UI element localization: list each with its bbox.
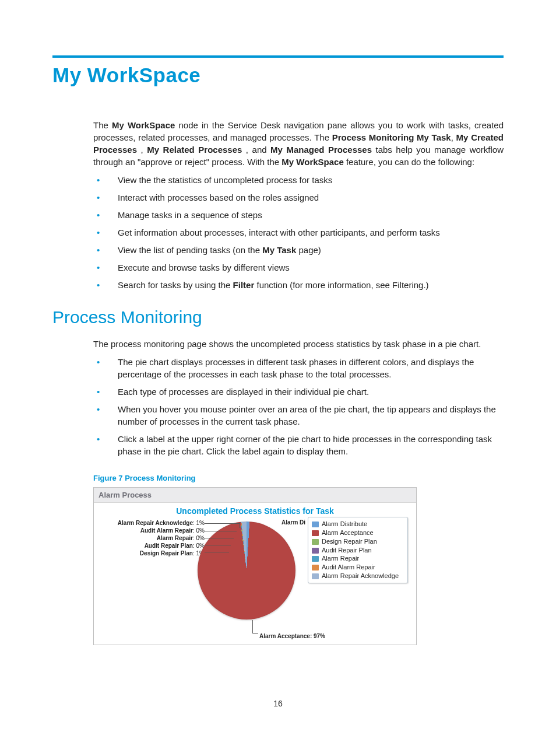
legend-swatch bbox=[312, 573, 319, 579]
text: , bbox=[451, 132, 456, 142]
list-item: Click a label at the upper right corner … bbox=[93, 433, 504, 457]
body: The My WorkSpace node in the Service Des… bbox=[93, 119, 504, 645]
callout-label: Audit Alarm Repair bbox=[140, 527, 193, 534]
page-number: 16 bbox=[0, 699, 556, 708]
leader-line bbox=[240, 523, 240, 528]
list-item: Search for tasks by using the Filter fun… bbox=[93, 279, 504, 291]
legend-item[interactable]: Alarm Repair Acknowledge bbox=[312, 572, 404, 580]
chart-panel-title: Alarm Process bbox=[94, 488, 416, 503]
legend-label: Alarm Repair Acknowledge bbox=[322, 572, 399, 579]
legend-label: Alarm Acceptance bbox=[322, 529, 374, 536]
leader-line bbox=[252, 620, 253, 633]
text: , and bbox=[242, 145, 270, 155]
section-intro: The process monitoring page shows the un… bbox=[93, 338, 504, 350]
legend-swatch bbox=[312, 548, 319, 554]
legend-swatch bbox=[312, 565, 319, 570]
chart-title: Uncompleted Process Statistics for Task bbox=[94, 506, 416, 516]
text: , bbox=[137, 145, 147, 155]
legend-item[interactable]: Alarm Distribute bbox=[312, 520, 404, 528]
callout-bottom: Alarm Acceptance: 97% bbox=[259, 633, 325, 639]
leader-line bbox=[205, 538, 234, 538]
text-bold: My WorkSpace bbox=[112, 120, 175, 130]
legend-label: Audit Repair Plan bbox=[322, 547, 372, 554]
feature-list: View the the statistics of uncompleted p… bbox=[93, 174, 504, 291]
list-text: When you hover you mouse pointer over an… bbox=[118, 404, 496, 426]
pie-chart[interactable] bbox=[198, 522, 295, 620]
list-text: View the the statistics of uncompleted p… bbox=[118, 175, 332, 185]
callout-value: : 97% bbox=[310, 633, 325, 639]
chart-body: Uncompleted Process Statistics for Task … bbox=[94, 503, 416, 645]
list-item: Execute and browse tasks by different vi… bbox=[93, 261, 504, 274]
callout: Alarm Repair: 0% bbox=[100, 534, 205, 542]
legend-item[interactable]: Alarm Acceptance bbox=[312, 528, 404, 537]
list-item: Interact with processes based on the rol… bbox=[93, 191, 504, 204]
list-text: function (for more information, see Filt… bbox=[254, 280, 428, 290]
list-text: Execute and browse tasks by different vi… bbox=[118, 262, 290, 272]
callout: Audit Repair Plan: 0% bbox=[100, 542, 205, 550]
legend-label: Design Repair Plan bbox=[322, 538, 377, 545]
section-heading: Process Monitoring bbox=[52, 307, 504, 327]
intro-paragraph: The My WorkSpace node in the Service Des… bbox=[93, 119, 504, 168]
legend-label: Alarm Repair bbox=[322, 555, 359, 562]
chart-legend: Alarm Distribute Alarm Acceptance Design… bbox=[308, 517, 408, 583]
legend-item[interactable]: Audit Repair Plan bbox=[312, 546, 404, 555]
text-bold: My Task bbox=[262, 245, 296, 255]
list-item: View the the statistics of uncompleted p… bbox=[93, 174, 504, 186]
list-item: The pie chart displays processes in diff… bbox=[93, 356, 504, 380]
pie-slice-group bbox=[198, 522, 295, 620]
text-bold: My WorkSpace bbox=[281, 157, 343, 167]
list-text: Each type of processes are displayed in … bbox=[118, 387, 369, 397]
page-content: My WorkSpace The My WorkSpace node in th… bbox=[0, 0, 556, 645]
callout-label: Design Repair Plan bbox=[140, 550, 193, 556]
list-item: View the list of pending tasks (on the M… bbox=[93, 244, 504, 256]
callout: Design Repair Plan: 1% bbox=[100, 550, 205, 557]
list-text: The pie chart displays processes in diff… bbox=[118, 357, 474, 379]
top-divider bbox=[52, 55, 504, 58]
pm-list: The pie chart displays processes in diff… bbox=[93, 356, 504, 457]
figure-caption: Figure 7 Process Monitoring bbox=[93, 474, 504, 482]
page-title: My WorkSpace bbox=[52, 64, 504, 87]
list-text: Interact with processes based on the rol… bbox=[118, 192, 319, 202]
text-bold: Filter bbox=[233, 280, 255, 290]
list-text: page) bbox=[296, 245, 321, 255]
legend-swatch bbox=[312, 530, 319, 536]
callout-label: Audit Repair Plan bbox=[145, 542, 193, 549]
list-text: View the list of pending tasks (on the bbox=[118, 245, 262, 255]
leader-line bbox=[205, 531, 237, 531]
callout-label: Alarm Repair Acknowledge bbox=[118, 520, 193, 526]
list-text: Get information about processes, interac… bbox=[118, 228, 440, 237]
text-bold: My Related Processes bbox=[147, 145, 242, 155]
text: The bbox=[93, 120, 112, 130]
callout-label: Alarm Repair bbox=[157, 535, 193, 541]
legend-item[interactable]: Audit Alarm Repair bbox=[312, 563, 404, 572]
leader-line bbox=[205, 552, 229, 552]
callout: Audit Alarm Repair: 0% bbox=[100, 527, 205, 534]
pie-callouts-left: Alarm Repair Acknowledge: 1% Audit Alarm… bbox=[100, 519, 205, 557]
list-text: Manage tasks in a sequence of steps bbox=[118, 210, 262, 220]
leader-line bbox=[205, 523, 240, 524]
legend-item[interactable]: Alarm Repair bbox=[312, 554, 404, 563]
legend-label: Audit Alarm Repair bbox=[322, 564, 375, 570]
callout: Alarm Repair Acknowledge: 1% bbox=[100, 519, 205, 527]
chart-panel: Alarm Process Uncompleted Process Statis… bbox=[93, 487, 417, 645]
legend-swatch bbox=[312, 539, 319, 545]
text: feature, you can do the following: bbox=[344, 157, 474, 167]
callout-label: Alarm Acceptance bbox=[259, 633, 310, 639]
list-text: Search for tasks by using the bbox=[118, 280, 233, 290]
list-item: Each type of processes are displayed in … bbox=[93, 386, 504, 398]
legend-label: Alarm Distribute bbox=[322, 520, 367, 527]
legend-swatch bbox=[312, 522, 319, 527]
list-item: Get information about processes, interac… bbox=[93, 226, 504, 239]
leader-line bbox=[252, 633, 258, 634]
list-item: Manage tasks in a sequence of steps bbox=[93, 209, 504, 221]
legend-item[interactable]: Design Repair Plan bbox=[312, 537, 404, 546]
list-text: Click a label at the upper right corner … bbox=[118, 434, 492, 456]
legend-swatch bbox=[312, 556, 319, 562]
text-bold: Process Monitoring My Task bbox=[332, 132, 451, 142]
text-bold: My Managed Processes bbox=[270, 145, 372, 155]
leader-line bbox=[205, 545, 231, 545]
list-item: When you hover you mouse pointer over an… bbox=[93, 403, 504, 428]
